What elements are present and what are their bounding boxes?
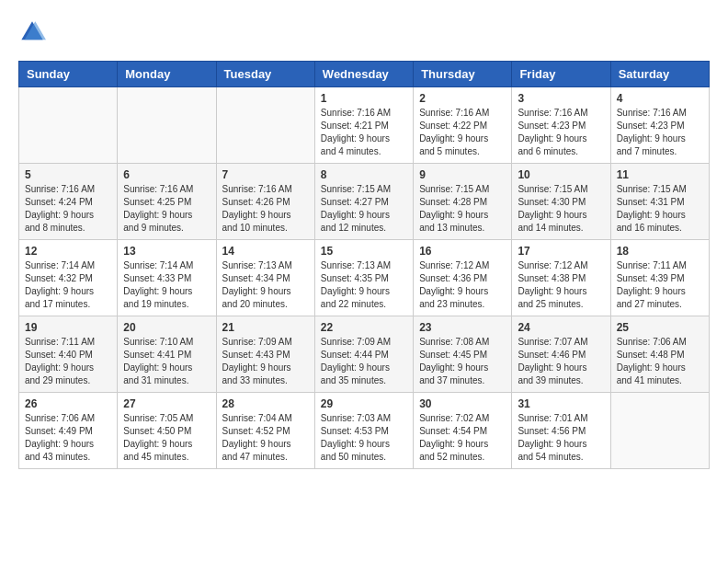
- day-number: 15: [321, 245, 407, 258]
- page-header: [18, 18, 710, 46]
- calendar-cell: 23Sunrise: 7:08 AM Sunset: 4:45 PM Dayli…: [414, 316, 512, 393]
- calendar-cell: 8Sunrise: 7:15 AM Sunset: 4:27 PM Daylig…: [314, 164, 413, 240]
- day-number: 9: [419, 168, 506, 181]
- day-number: 8: [321, 168, 407, 181]
- day-content: Sunrise: 7:16 AM Sunset: 4:23 PM Dayligh…: [617, 107, 703, 158]
- calendar-cell: 4Sunrise: 7:16 AM Sunset: 4:23 PM Daylig…: [610, 87, 709, 164]
- calendar-cell: 10Sunrise: 7:15 AM Sunset: 4:30 PM Dayli…: [512, 164, 610, 240]
- day-content: Sunrise: 7:12 AM Sunset: 4:38 PM Dayligh…: [518, 259, 604, 311]
- day-number: 12: [25, 245, 111, 258]
- day-content: Sunrise: 7:15 AM Sunset: 4:27 PM Dayligh…: [321, 183, 407, 235]
- day-number: 5: [25, 168, 111, 181]
- calendar-cell: 11Sunrise: 7:15 AM Sunset: 4:31 PM Dayli…: [610, 164, 709, 240]
- day-content: Sunrise: 7:16 AM Sunset: 4:25 PM Dayligh…: [123, 183, 210, 235]
- day-number: 18: [617, 245, 703, 258]
- weekday-header-wednesday: Wednesday: [314, 62, 413, 87]
- calendar-cell: 29Sunrise: 7:03 AM Sunset: 4:53 PM Dayli…: [314, 393, 413, 469]
- day-content: Sunrise: 7:07 AM Sunset: 4:46 PM Dayligh…: [518, 336, 604, 387]
- day-content: Sunrise: 7:02 AM Sunset: 4:54 PM Dayligh…: [419, 412, 506, 464]
- day-number: 26: [25, 397, 111, 410]
- day-number: 7: [222, 168, 309, 181]
- calendar-cell: 26Sunrise: 7:06 AM Sunset: 4:49 PM Dayli…: [19, 393, 118, 469]
- calendar-cell: 16Sunrise: 7:12 AM Sunset: 4:36 PM Dayli…: [414, 240, 512, 316]
- calendar-cell: 15Sunrise: 7:13 AM Sunset: 4:35 PM Dayli…: [314, 240, 413, 316]
- calendar-cell: 25Sunrise: 7:06 AM Sunset: 4:48 PM Dayli…: [610, 316, 709, 393]
- calendar-table: SundayMondayTuesdayWednesdayThursdayFrid…: [18, 61, 710, 469]
- day-number: 21: [222, 321, 309, 334]
- calendar-cell: 6Sunrise: 7:16 AM Sunset: 4:25 PM Daylig…: [118, 164, 216, 240]
- day-content: Sunrise: 7:15 AM Sunset: 4:31 PM Dayligh…: [617, 183, 703, 235]
- day-content: Sunrise: 7:13 AM Sunset: 4:35 PM Dayligh…: [321, 259, 407, 311]
- calendar-cell: 9Sunrise: 7:15 AM Sunset: 4:28 PM Daylig…: [414, 164, 512, 240]
- calendar-cell: 7Sunrise: 7:16 AM Sunset: 4:26 PM Daylig…: [216, 164, 314, 240]
- calendar-cell: [216, 87, 314, 164]
- day-number: 22: [321, 321, 407, 334]
- day-content: Sunrise: 7:16 AM Sunset: 4:23 PM Dayligh…: [518, 107, 604, 158]
- day-number: 14: [222, 245, 309, 258]
- weekday-header-saturday: Saturday: [610, 62, 709, 87]
- day-content: Sunrise: 7:16 AM Sunset: 4:24 PM Dayligh…: [25, 183, 111, 235]
- day-number: 11: [617, 168, 703, 181]
- logo-icon: [18, 18, 46, 46]
- calendar-cell: 13Sunrise: 7:14 AM Sunset: 4:33 PM Dayli…: [118, 240, 216, 316]
- day-number: 10: [518, 168, 604, 181]
- day-number: 19: [25, 321, 111, 334]
- day-number: 30: [419, 397, 506, 410]
- calendar-cell: 24Sunrise: 7:07 AM Sunset: 4:46 PM Dayli…: [512, 316, 610, 393]
- calendar-cell: 12Sunrise: 7:14 AM Sunset: 4:32 PM Dayli…: [19, 240, 118, 316]
- day-content: Sunrise: 7:12 AM Sunset: 4:36 PM Dayligh…: [419, 259, 506, 311]
- day-number: 1: [321, 92, 407, 105]
- calendar-cell: 27Sunrise: 7:05 AM Sunset: 4:50 PM Dayli…: [118, 393, 216, 469]
- day-number: 3: [518, 92, 604, 105]
- day-content: Sunrise: 7:15 AM Sunset: 4:30 PM Dayligh…: [518, 183, 604, 235]
- day-number: 24: [518, 321, 604, 334]
- day-number: 25: [617, 321, 703, 334]
- calendar-cell: 22Sunrise: 7:09 AM Sunset: 4:44 PM Dayli…: [314, 316, 413, 393]
- day-content: Sunrise: 7:09 AM Sunset: 4:43 PM Dayligh…: [222, 336, 309, 387]
- day-number: 16: [419, 245, 506, 258]
- calendar-header-row: SundayMondayTuesdayWednesdayThursdayFrid…: [19, 62, 710, 87]
- day-content: Sunrise: 7:16 AM Sunset: 4:21 PM Dayligh…: [321, 107, 407, 158]
- calendar-cell: [118, 87, 216, 164]
- day-number: 13: [123, 245, 210, 258]
- day-number: 29: [321, 397, 407, 410]
- weekday-header-friday: Friday: [512, 62, 610, 87]
- calendar-cell: 28Sunrise: 7:04 AM Sunset: 4:52 PM Dayli…: [216, 393, 314, 469]
- day-content: Sunrise: 7:08 AM Sunset: 4:45 PM Dayligh…: [419, 336, 506, 387]
- weekday-header-thursday: Thursday: [414, 62, 512, 87]
- day-number: 28: [222, 397, 309, 410]
- calendar-cell: 1Sunrise: 7:16 AM Sunset: 4:21 PM Daylig…: [314, 87, 413, 164]
- day-content: Sunrise: 7:05 AM Sunset: 4:50 PM Dayligh…: [123, 412, 210, 464]
- calendar-cell: 18Sunrise: 7:11 AM Sunset: 4:39 PM Dayli…: [610, 240, 709, 316]
- day-number: 27: [123, 397, 210, 410]
- weekday-header-tuesday: Tuesday: [216, 62, 314, 87]
- day-content: Sunrise: 7:09 AM Sunset: 4:44 PM Dayligh…: [321, 336, 407, 387]
- day-content: Sunrise: 7:03 AM Sunset: 4:53 PM Dayligh…: [321, 412, 407, 464]
- calendar-cell: 21Sunrise: 7:09 AM Sunset: 4:43 PM Dayli…: [216, 316, 314, 393]
- day-content: Sunrise: 7:14 AM Sunset: 4:33 PM Dayligh…: [123, 259, 210, 311]
- day-content: Sunrise: 7:04 AM Sunset: 4:52 PM Dayligh…: [222, 412, 309, 464]
- weekday-header-monday: Monday: [118, 62, 216, 87]
- day-content: Sunrise: 7:06 AM Sunset: 4:48 PM Dayligh…: [617, 336, 703, 387]
- calendar-cell: [610, 393, 709, 469]
- calendar-cell: 3Sunrise: 7:16 AM Sunset: 4:23 PM Daylig…: [512, 87, 610, 164]
- day-content: Sunrise: 7:01 AM Sunset: 4:56 PM Dayligh…: [518, 412, 604, 464]
- logo: [18, 18, 50, 46]
- day-number: 31: [518, 397, 604, 410]
- calendar-week-row: 5Sunrise: 7:16 AM Sunset: 4:24 PM Daylig…: [19, 164, 710, 240]
- calendar-cell: 17Sunrise: 7:12 AM Sunset: 4:38 PM Dayli…: [512, 240, 610, 316]
- calendar-cell: 19Sunrise: 7:11 AM Sunset: 4:40 PM Dayli…: [19, 316, 118, 393]
- calendar-week-row: 12Sunrise: 7:14 AM Sunset: 4:32 PM Dayli…: [19, 240, 710, 316]
- calendar-week-row: 1Sunrise: 7:16 AM Sunset: 4:21 PM Daylig…: [19, 87, 710, 164]
- calendar-cell: 30Sunrise: 7:02 AM Sunset: 4:54 PM Dayli…: [414, 393, 512, 469]
- weekday-header-sunday: Sunday: [19, 62, 118, 87]
- calendar-cell: [19, 87, 118, 164]
- day-content: Sunrise: 7:13 AM Sunset: 4:34 PM Dayligh…: [222, 259, 309, 311]
- calendar-week-row: 19Sunrise: 7:11 AM Sunset: 4:40 PM Dayli…: [19, 316, 710, 393]
- day-number: 23: [419, 321, 506, 334]
- day-content: Sunrise: 7:10 AM Sunset: 4:41 PM Dayligh…: [123, 336, 210, 387]
- day-content: Sunrise: 7:11 AM Sunset: 4:40 PM Dayligh…: [25, 336, 111, 387]
- calendar-cell: 2Sunrise: 7:16 AM Sunset: 4:22 PM Daylig…: [414, 87, 512, 164]
- day-content: Sunrise: 7:15 AM Sunset: 4:28 PM Dayligh…: [419, 183, 506, 235]
- calendar-cell: 5Sunrise: 7:16 AM Sunset: 4:24 PM Daylig…: [19, 164, 118, 240]
